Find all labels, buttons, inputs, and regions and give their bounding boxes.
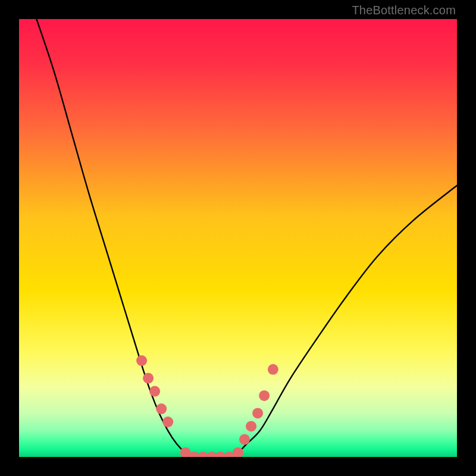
watermark-text: TheBottleneck.com	[352, 4, 456, 17]
chart-frame: TheBottleneck.com	[0, 0, 476, 476]
trough-marker	[268, 364, 278, 375]
trough-marker	[149, 386, 160, 397]
trough-marker	[156, 403, 167, 414]
trough-marker	[246, 421, 256, 431]
trough-marker	[259, 390, 270, 401]
left-curve	[36, 19, 194, 457]
trough-marker	[143, 373, 154, 384]
trough-marker	[239, 434, 250, 445]
curves-layer	[19, 19, 457, 457]
trough-marker	[252, 408, 263, 418]
trough-marker	[136, 355, 147, 366]
plot-area	[19, 19, 457, 457]
trough-markers	[136, 355, 278, 457]
trough-marker	[162, 416, 173, 427]
right-curve	[229, 186, 457, 457]
